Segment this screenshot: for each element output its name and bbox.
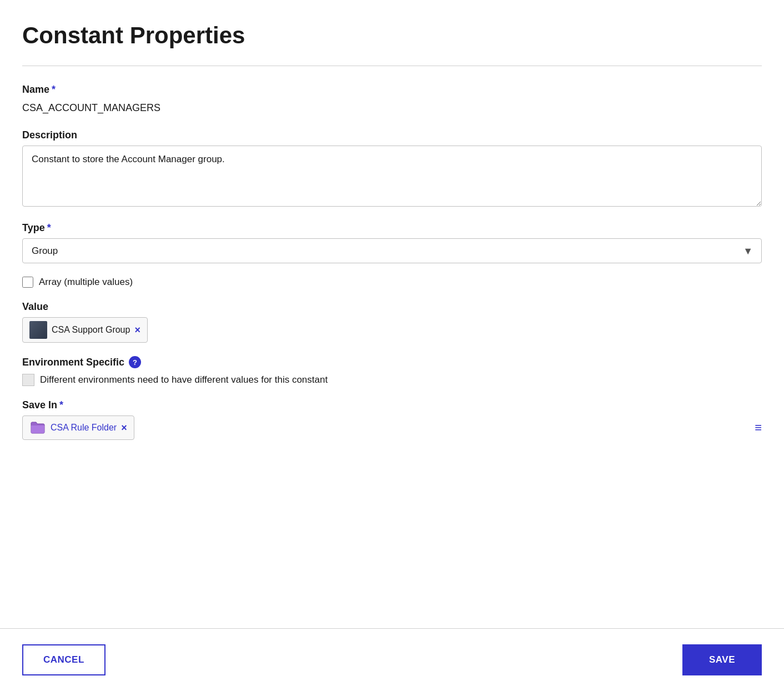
folder-icon: [30, 421, 46, 434]
title-divider: [22, 66, 762, 66]
array-checkbox-label: Array (multiple values): [39, 277, 133, 288]
name-required-star: *: [52, 84, 56, 96]
save-button[interactable]: SAVE: [682, 644, 762, 675]
save-in-field-group: Save In * CSA Rule Folder × ≡: [22, 399, 762, 440]
description-label-text: Description: [22, 129, 77, 141]
save-in-required-star: *: [59, 399, 63, 411]
value-field-group: Value CSA Support Group ×: [22, 301, 762, 343]
type-label-text: Type: [22, 222, 45, 234]
name-value: CSA_ACCOUNT_MANAGERS: [22, 100, 762, 116]
folder-tag: CSA Rule Folder ×: [22, 415, 134, 440]
type-select[interactable]: Group String Integer Boolean User Role: [22, 238, 762, 263]
avatar-image: [29, 321, 47, 339]
page-title: Constant Properties: [22, 22, 762, 49]
cancel-button[interactable]: CANCEL: [22, 644, 105, 675]
folder-icon-wrapper: [29, 419, 46, 436]
folder-tag-close-icon[interactable]: ×: [121, 422, 127, 434]
environment-specific-field-group: Environment Specific ? Different environ…: [22, 356, 762, 386]
save-in-row: CSA Rule Folder × ≡: [22, 415, 762, 440]
help-icon[interactable]: ?: [129, 356, 141, 368]
name-field-group: Name * CSA_ACCOUNT_MANAGERS: [22, 84, 762, 116]
array-checkbox[interactable]: [22, 277, 33, 288]
environment-specific-checkbox[interactable]: [22, 374, 34, 386]
name-label: Name *: [22, 84, 762, 96]
description-field-group: Description Constant to store the Accoun…: [22, 129, 762, 209]
save-in-label: Save In *: [22, 399, 762, 411]
value-tag: CSA Support Group ×: [22, 317, 148, 343]
type-select-wrapper: Group String Integer Boolean User Role ▼: [22, 238, 762, 263]
environment-specific-label-text: Environment Specific: [22, 357, 124, 368]
name-label-text: Name: [22, 84, 49, 96]
environment-specific-checkbox-label: Different environments need to have diff…: [40, 374, 328, 385]
list-icon[interactable]: ≡: [755, 420, 762, 435]
value-tag-text: CSA Support Group: [52, 325, 130, 335]
folder-tag-text: CSA Rule Folder: [51, 423, 117, 433]
environment-specific-label: Environment Specific ?: [22, 356, 762, 368]
avatar: [29, 321, 47, 339]
description-textarea[interactable]: Constant to store the Account Manager gr…: [22, 146, 762, 207]
env-checkbox-row: Different environments need to have diff…: [22, 374, 762, 386]
array-checkbox-row: Array (multiple values): [22, 277, 762, 288]
type-label: Type *: [22, 222, 762, 234]
save-in-label-text: Save In: [22, 399, 57, 411]
value-label: Value: [22, 301, 762, 313]
type-required-star: *: [47, 222, 51, 234]
footer-bar: CANCEL SAVE: [0, 628, 784, 691]
description-label: Description: [22, 129, 762, 141]
type-field-group: Type * Group String Integer Boolean User…: [22, 222, 762, 263]
value-tag-close-icon[interactable]: ×: [134, 325, 140, 335]
value-label-text: Value: [22, 301, 48, 313]
